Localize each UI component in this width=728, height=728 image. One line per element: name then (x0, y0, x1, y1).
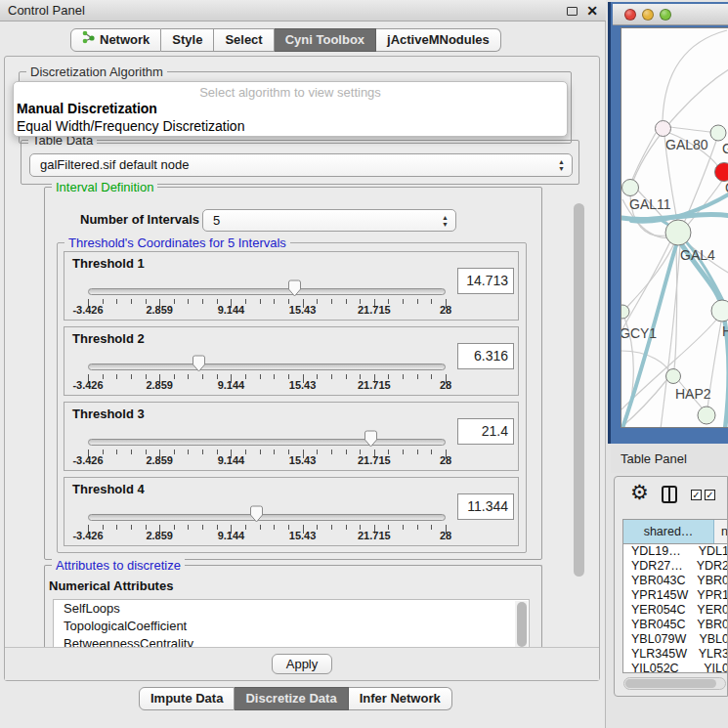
panel-scrollbar-thumb[interactable] (574, 203, 584, 577)
network-node-hap2[interactable] (666, 369, 681, 384)
close-icon[interactable]: ✕ (586, 0, 598, 21)
table-row[interactable]: YDR27…YDR2 (623, 559, 728, 574)
table-row[interactable]: YBR045CYBR0 (623, 618, 728, 632)
network-icon (82, 29, 95, 51)
network-node-gal80[interactable] (656, 121, 671, 137)
algorithm-option[interactable]: Equal Width/Frequency Discretization (14, 117, 567, 135)
tick-label: 2.859 (146, 454, 173, 466)
apply-button[interactable]: Apply (272, 654, 332, 674)
tick-label: 9.144 (218, 530, 245, 541)
tab-label: Style (172, 29, 202, 51)
slider-thumb[interactable] (287, 279, 302, 297)
num-intervals-label: Number of Intervals (80, 212, 199, 227)
threshold-slider[interactable]: -3.4262.8599.14415.4321.71528 (88, 478, 446, 547)
table-row[interactable]: YPR145WYPR1 (623, 588, 728, 603)
threshold-slider[interactable]: -3.4262.8599.14415.4321.71528 (88, 327, 446, 397)
slider-thumb[interactable] (249, 505, 264, 523)
table-row[interactable]: YBR043CYBR0 (623, 574, 728, 588)
table-row[interactable]: YER054CYER0 (623, 603, 728, 618)
tick-label: 28 (440, 379, 451, 391)
panel-scrollbar[interactable] (573, 184, 585, 651)
tab-discretize-data[interactable]: Discretize Data (235, 687, 348, 710)
slider-track[interactable] (88, 364, 446, 370)
attributes-scrollbar[interactable] (515, 601, 528, 652)
cell-name: YDL1 (693, 544, 728, 559)
tick-label: 9.144 (218, 454, 245, 466)
slider-track[interactable] (88, 288, 446, 295)
threshold-panel: Threshold 321.4-3.4262.8599.14415.4321.7… (64, 402, 519, 471)
network-node-gal4[interactable] (665, 220, 691, 245)
minimize-traffic-light[interactable] (642, 9, 654, 21)
table-panel-toolbar: ⚙ ✓ ✓ (615, 477, 727, 516)
node-attribute-table[interactable]: shared… n YDL19…YDL1YDR27…YDR2YBR043CYBR… (622, 519, 728, 673)
network-node[interactable] (698, 407, 715, 424)
node-label: GCY1 (621, 325, 657, 341)
network-canvas[interactable]: GAL80GCGAL11GAL4GCY1HHAP2 (621, 27, 728, 428)
tick-label: -3.426 (72, 304, 103, 316)
split-columns-icon[interactable] (662, 486, 677, 503)
slider-thumb[interactable] (364, 430, 378, 448)
column-header-shared[interactable]: shared… (623, 520, 714, 543)
cell-shared-name: YBL079W (623, 632, 693, 647)
network-node-h[interactable] (711, 300, 728, 321)
threshold-panel: Threshold 411.344-3.4262.8599.14415.4321… (64, 477, 519, 546)
tab-impute-data[interactable]: Impute Data (139, 687, 235, 710)
cell-shared-name: YBR045C (623, 618, 691, 632)
tab-infer-network[interactable]: Infer Network (349, 687, 452, 710)
network-node-gal11[interactable] (622, 180, 639, 196)
threshold-slider[interactable]: -3.4262.8599.14415.4321.71528 (88, 252, 446, 321)
control-panel-window: Control Panel ✕ NetworkStyleSelectCyni T… (0, 0, 606, 728)
threshold-slider[interactable]: -3.4262.8599.14415.4321.71528 (88, 403, 446, 472)
network-node-g[interactable] (710, 125, 726, 141)
bottom-tab-bar: Impute DataDiscretize DataInfer Network (139, 687, 452, 709)
attribute-item[interactable]: TopologicalCoefficient (54, 618, 529, 635)
column-header-name[interactable]: n (714, 520, 728, 543)
table-row[interactable]: YIL052CYIL0 (623, 662, 728, 673)
num-intervals-combobox[interactable]: 5 ▲▼ (202, 209, 456, 232)
threshold-value-field[interactable]: 14.713 (457, 268, 514, 294)
threshold-value-field[interactable]: 11.344 (457, 493, 514, 520)
tab-label: jActiveMNodules (387, 29, 490, 51)
attribute-items: SelfLoopsTopologicalCoefficientBetweenne… (54, 600, 529, 652)
numerical-attributes-list[interactable]: SelfLoopsTopologicalCoefficientBetweenne… (53, 599, 530, 652)
application-root: Control Panel ✕ NetworkStyleSelectCyni T… (0, 0, 728, 728)
gear-icon[interactable]: ⚙ (630, 481, 649, 504)
tab-cyni-toolbox[interactable]: Cyni Toolbox (275, 28, 376, 52)
table-row[interactable]: YBL079WYBL0 (623, 632, 728, 647)
float-window-icon[interactable] (567, 7, 578, 16)
tab-select[interactable]: Select (214, 28, 274, 52)
threshold-value-field[interactable]: 6.316 (457, 343, 514, 369)
algorithm-option[interactable]: Manual Discretization (14, 100, 567, 117)
cell-shared-name: YER054C (623, 603, 691, 618)
interval-definition-title: Interval Definition (52, 180, 157, 194)
slider-track[interactable] (88, 439, 446, 446)
table-horizontal-scrollbar[interactable] (623, 677, 726, 690)
tick-label: 21.715 (358, 304, 391, 316)
network-graph: GAL80GCGAL11GAL4GCY1HHAP2 (621, 28, 728, 428)
table-data-group: Table Data galFiltered.sif default node … (21, 140, 579, 185)
attribute-item[interactable]: SelfLoops (54, 600, 529, 618)
table-data-combobox[interactable]: galFiltered.sif default node ▲▼ (29, 153, 573, 177)
discretization-algorithm-title: Discretization Algorithm (26, 64, 167, 79)
table-row[interactable]: YLR345WYLR3 (623, 647, 728, 662)
close-traffic-light[interactable] (624, 9, 636, 21)
slider-thumb[interactable] (192, 355, 206, 372)
table-data-value: galFiltered.sif default node (40, 154, 189, 176)
network-node-gcy1[interactable] (621, 305, 629, 319)
node-label: GAL80 (665, 137, 708, 152)
checkbox-icon[interactable]: ✓ (691, 490, 702, 500)
attributes-group-title: Attributes to discretize (52, 558, 185, 573)
slider-track[interactable] (88, 514, 446, 521)
zoom-traffic-light[interactable] (660, 9, 671, 21)
num-intervals-value: 5 (213, 210, 220, 232)
table-scrollbar-thumb[interactable] (625, 679, 716, 688)
table-row[interactable]: YDL19…YDL1 (623, 544, 728, 559)
attributes-scrollbar-thumb[interactable] (517, 602, 527, 647)
node-label: HAP2 (675, 386, 711, 402)
checkbox-icon[interactable]: ✓ (705, 490, 715, 500)
slider-tick-labels: -3.4262.8599.14415.4321.71528 (88, 379, 446, 392)
tab-jactivemnodules[interactable]: jActiveMNodules (376, 28, 501, 52)
tab-network[interactable]: Network (70, 28, 161, 52)
tab-style[interactable]: Style (161, 28, 214, 52)
threshold-value-field[interactable]: 21.4 (457, 418, 514, 445)
